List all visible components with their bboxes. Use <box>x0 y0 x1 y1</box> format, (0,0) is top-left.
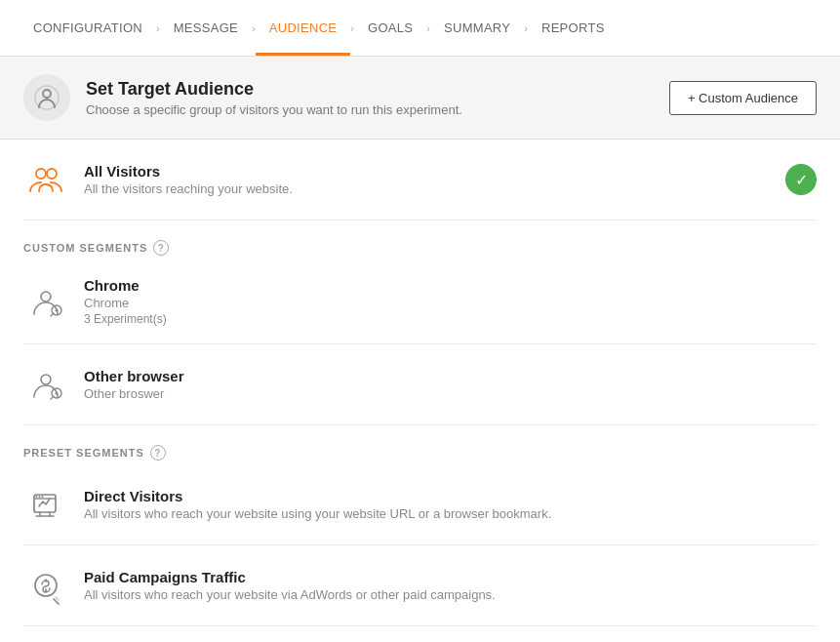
direct-visitors-info: Direct Visitors All visitors who reach y… <box>84 488 817 521</box>
other-browser-segment-name: Other browser <box>84 368 817 384</box>
preset-segments-text: PRESET SEGMENTS <box>23 447 144 459</box>
page-title: Set Target Audience <box>86 79 462 100</box>
nav-label-goals: GOALS <box>368 20 413 35</box>
all-visitors-item[interactable]: All Visitors All the visitors reaching y… <box>23 140 817 221</box>
all-visitors-desc: All the visitors reaching your website. <box>84 181 770 196</box>
chrome-segment-info: Chrome Chrome 3 Experiment(s) <box>84 277 817 326</box>
all-visitors-section: All Visitors All the visitors reaching y… <box>0 140 840 221</box>
navigation: CONFIGURATION › MESSAGE › AUDIENCE › GOA… <box>0 0 840 57</box>
all-visitors-selected-icon: ✓ <box>785 164 817 195</box>
nav-label-audience: AUDIENCE <box>269 20 338 35</box>
page-header: Set Target Audience Choose a specific gr… <box>0 57 840 140</box>
svg-point-0 <box>43 90 51 98</box>
page-subtitle: Choose a specific group of visitors you … <box>86 102 462 117</box>
nav-item-summary[interactable]: SUMMARY <box>430 0 524 56</box>
paid-campaigns-icon <box>23 563 68 608</box>
nav-label-summary: SUMMARY <box>444 20 510 35</box>
custom-segments-text: CUSTOM SEGMENTS <box>23 242 147 254</box>
direct-visitors-desc: All visitors who reach your website usin… <box>84 506 817 521</box>
chrome-segment-name: Chrome <box>84 277 817 294</box>
custom-segments-help-icon[interactable]: ? <box>153 240 169 256</box>
chrome-segment-item[interactable]: Chrome Chrome 3 Experiment(s) <box>23 260 817 344</box>
svg-point-11 <box>36 496 38 498</box>
other-browser-segment-icon <box>23 362 68 407</box>
custom-audience-button[interactable]: + Custom Audience <box>669 81 817 115</box>
direct-visitors-icon <box>23 482 68 527</box>
svg-point-6 <box>56 309 59 312</box>
nav-label-message: MESSAGE <box>174 20 238 35</box>
header-left: Set Target Audience Choose a specific gr… <box>23 74 462 121</box>
nav-label-reports: REPORTS <box>541 20 605 35</box>
paid-campaigns-info: Paid Campaigns Traffic All visitors who … <box>84 569 817 602</box>
nav-item-message[interactable]: MESSAGE <box>160 0 252 56</box>
target-audience-icon <box>23 74 70 121</box>
svg-point-3 <box>47 169 57 179</box>
chrome-segment-icon <box>23 279 68 324</box>
svg-point-9 <box>56 392 59 395</box>
chrome-segment-experiments: 3 Experiment(s) <box>84 312 817 326</box>
svg-point-4 <box>41 292 51 301</box>
svg-point-13 <box>42 496 44 498</box>
direct-visitors-name: Direct Visitors <box>84 488 817 504</box>
svg-point-7 <box>41 375 51 384</box>
preset-segments-help-icon[interactable]: ? <box>150 445 166 461</box>
paid-campaigns-desc: All visitors who reach your website via … <box>84 587 817 602</box>
direct-visitors-item[interactable]: Direct Visitors All visitors who reach y… <box>23 464 817 545</box>
nav-item-audience[interactable]: AUDIENCE <box>256 0 351 56</box>
custom-segments-label: CUSTOM SEGMENTS ? <box>23 240 817 256</box>
preset-segments-section: PRESET SEGMENTS ? Direct Visitors All vi… <box>0 425 840 626</box>
svg-point-2 <box>36 169 46 179</box>
custom-segments-section: CUSTOM SEGMENTS ? Chrome Chrome 3 Experi… <box>0 221 840 425</box>
paid-campaigns-item[interactable]: Paid Campaigns Traffic All visitors who … <box>23 545 817 626</box>
preset-segments-label: PRESET SEGMENTS ? <box>23 445 817 461</box>
all-visitors-info: All Visitors All the visitors reaching y… <box>84 163 770 196</box>
header-text: Set Target Audience Choose a specific gr… <box>86 79 462 117</box>
svg-point-12 <box>39 496 41 498</box>
other-browser-segment-desc: Other broswer <box>84 386 817 401</box>
all-visitors-icon <box>23 157 68 202</box>
nav-item-configuration[interactable]: CONFIGURATION <box>20 0 156 56</box>
other-browser-segment-item[interactable]: Other browser Other broswer <box>23 344 817 425</box>
paid-campaigns-name: Paid Campaigns Traffic <box>84 569 817 585</box>
other-browser-segment-info: Other browser Other broswer <box>84 368 817 401</box>
nav-item-goals[interactable]: GOALS <box>354 0 426 56</box>
all-visitors-name: All Visitors <box>84 163 770 180</box>
nav-label-configuration: CONFIGURATION <box>33 20 142 35</box>
chrome-segment-desc: Chrome <box>84 296 817 310</box>
nav-item-reports[interactable]: REPORTS <box>528 0 619 56</box>
